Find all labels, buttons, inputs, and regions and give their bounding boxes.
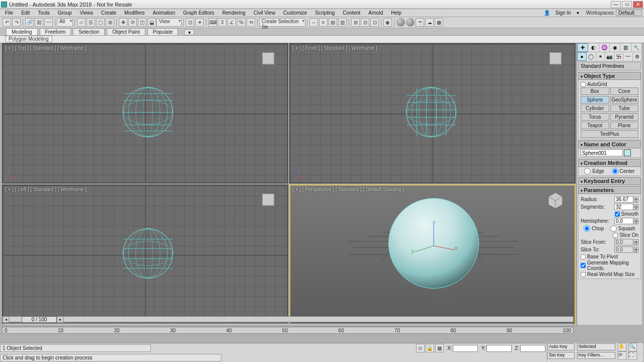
menu-rendering[interactable]: Rendering [218,10,250,16]
redo-button[interactable]: ↷ [12,18,21,27]
ref-coord-dropdown[interactable]: View [156,18,182,27]
render-setup-button[interactable] [396,18,405,27]
sign-in-button[interactable]: 👤 Sign In ▾ [541,10,582,16]
base-pivot-checkbox[interactable]: Base To Pivot [581,254,638,259]
bind-spacewarp-button[interactable]: 〰 [44,18,53,27]
cameras-button[interactable]: 📷 [605,52,614,61]
prim-plane[interactable]: Plane [610,122,639,129]
menu-help[interactable]: Help [387,10,406,16]
time-slider-knob[interactable]: 0 / 100 [22,316,57,323]
hemisphere-spinner[interactable]: ▲▼ [634,218,638,224]
creation-center-radio[interactable]: Center [612,168,635,174]
creation-method-header[interactable]: Creation Method [578,159,641,167]
smooth-checkbox[interactable]: Smooth [581,211,638,217]
set-key-button[interactable]: Set Key [547,352,575,359]
object-type-header[interactable]: Object Type [578,72,641,80]
object-color-swatch[interactable] [624,149,631,156]
prim-box[interactable]: Box [581,87,609,95]
segments-spinner[interactable]: ▲▼ [634,204,638,210]
key-filters-button[interactable]: Key Filters... [577,352,615,359]
auto-key-button[interactable]: Auto Key [547,343,575,350]
undo-button[interactable]: ↶ [3,18,11,27]
angle-snap-button[interactable]: ∠ [227,18,236,27]
link-button[interactable]: 🔗 [25,18,34,27]
isolate-icon[interactable]: ▦ [435,344,444,352]
viewport-front-label[interactable]: [ + ] [ Front ] [ Standard ] [ Wireframe… [292,45,377,51]
display-tab[interactable]: ▥ [620,43,631,52]
schematic-view-button[interactable]: ⊡ [370,18,379,27]
viewport-front[interactable]: [ + ] [ Front ] [ Standard ] [ Wireframe… [289,43,576,184]
snap-toggle-button[interactable]: 3 [218,18,226,27]
autogrid-checkbox[interactable]: AutoGrid [581,81,638,87]
rendered-frame-button[interactable] [406,18,415,27]
maximize-button[interactable]: ▭ [622,1,632,8]
prim-textplus[interactable]: TextPlus [581,130,638,138]
track-bar[interactable] [2,323,574,326]
dope-sheet-button[interactable]: ⊟ [361,18,369,27]
keyboard-shortcut-button[interactable]: ⌨ [208,18,217,27]
viewport-top-label[interactable]: [ + ] [ Top ] [ Standard ] [ Wireframe ] [5,45,86,51]
prim-geosphere[interactable]: GeoSphere [610,96,639,104]
radius-input[interactable] [614,196,633,203]
segments-input[interactable] [614,204,633,210]
toggle-ribbon-button[interactable]: ▥ [338,18,347,27]
pivot-center-button[interactable]: ⊡ [186,18,194,27]
rotate-button[interactable]: ⟳ [128,18,137,27]
prim-pyramid[interactable]: Pyramid [610,113,639,121]
prim-torus[interactable]: Torus [581,113,609,121]
render-scene-button[interactable]: ☕ [416,18,424,27]
time-slider-track[interactable]: ◂ 0 / 100 ▸ [2,316,574,322]
select-by-name-button[interactable]: ☰ [87,18,95,27]
real-world-checkbox[interactable]: Real-World Map Size [581,272,638,277]
tab-freeform[interactable]: Freeform [40,28,71,35]
layer-explorer-button[interactable]: ▤ [329,18,337,27]
polygon-modeling-panel[interactable]: Polygon Modeling [5,36,52,42]
named-selection-dropdown[interactable]: Create Selection Se [259,18,305,27]
helpers-button[interactable]: 卐 [614,52,623,61]
placement-button[interactable]: ⬓ [147,18,156,27]
tab-object-paint[interactable]: Object Paint [107,28,145,35]
selection-filter-dropdown[interactable]: All [57,18,73,27]
sphere-wireframe-left[interactable] [123,228,173,279]
viewport-left-label[interactable]: [ + ] [ Left ] [ Standard ] [ Wireframe … [5,187,87,192]
align-button[interactable]: ≡ [319,18,328,27]
material-editor-button[interactable]: ◉ [383,18,392,27]
close-button[interactable]: ✕ [633,1,643,8]
menu-create[interactable]: Create [97,10,120,16]
name-color-header[interactable]: Name and Color [578,140,641,148]
primitive-category-dropdown[interactable]: Standard Primitives [578,62,641,70]
sphere-wireframe-front[interactable] [406,87,456,137]
selection-lock-icon[interactable]: ⊙ [416,344,425,352]
menu-views[interactable]: Views [76,10,98,16]
viewport-left[interactable]: [ + ] [ Left ] [ Standard ] [ Wireframe … [2,185,288,325]
geometry-button[interactable]: ● [577,52,587,61]
menu-file[interactable]: File [1,10,17,16]
manipulate-button[interactable]: ✦ [195,18,204,27]
move-button[interactable]: ✥ [119,18,127,27]
radius-spinner[interactable]: ▲▼ [634,197,638,203]
lights-button[interactable]: ☀ [596,52,605,61]
shapes-button[interactable]: ◯ [587,52,596,61]
menu-tools[interactable]: Tools [34,10,53,16]
parameters-header[interactable]: Parameters [578,186,641,194]
prim-tube[interactable]: Tube [610,105,639,112]
menu-modifiers[interactable]: Modifiers [120,10,149,16]
prim-cylinder[interactable]: Cylinder [581,105,609,112]
squash-radio[interactable]: Squash [610,225,635,232]
prim-cone[interactable]: Cone [610,87,639,95]
spinner-snap-button[interactable]: ⟲ [247,18,255,27]
viewcube-left[interactable] [258,191,278,211]
tab-selection[interactable]: Selection [73,28,105,35]
modify-tab[interactable]: ◐ [588,43,599,52]
ribbon-expand-button[interactable]: ▾ [184,29,194,35]
unlink-button[interactable]: ⛓ [35,18,43,27]
percent-snap-button[interactable]: % [237,18,246,27]
gen-mapping-checkbox[interactable]: Generate Mapping Coords. [581,260,638,271]
menu-animation[interactable]: Animation [149,10,179,16]
menu-edit[interactable]: Edit [17,10,34,16]
pan-view-button[interactable]: ✋ [618,343,626,351]
viewcube-perspective[interactable] [545,191,566,211]
utilities-tab[interactable]: 🔧 [631,43,642,52]
time-prev-button[interactable]: ◂ [3,316,9,323]
curve-editor-button[interactable]: ⊞ [351,18,360,27]
